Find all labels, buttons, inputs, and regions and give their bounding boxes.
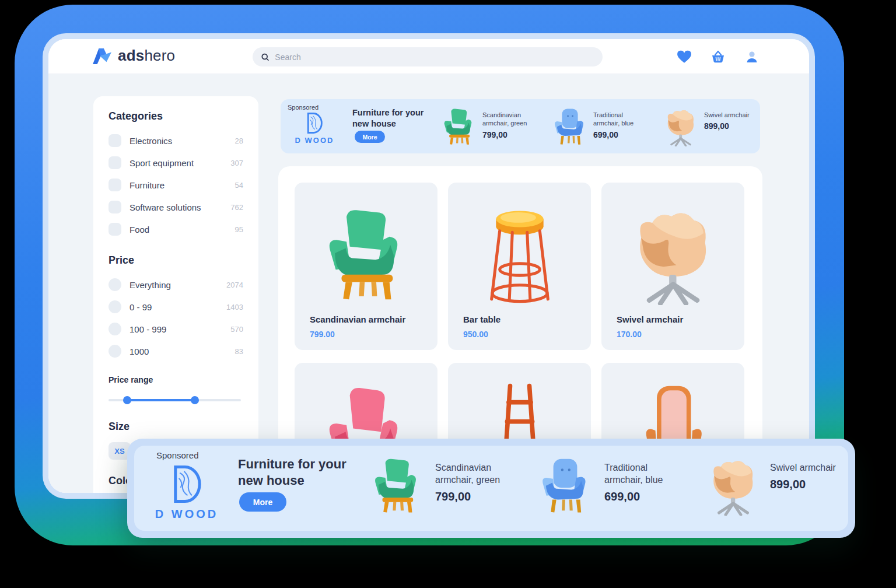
checkbox[interactable] — [108, 134, 121, 147]
checkbox[interactable] — [108, 156, 121, 169]
price-row-everything[interactable]: Everything 2074 — [108, 274, 243, 296]
banner-product-name: Swivel armchair — [704, 111, 751, 119]
product-name: Scandinavian armchair — [310, 314, 405, 324]
banner-product-blue-armchair[interactable]: Traditional armchair, blue 699,00 — [593, 111, 638, 139]
more-button[interactable]: More — [355, 131, 385, 143]
person-icon — [744, 50, 760, 65]
banner-product-swivel-armchair[interactable]: Swivel armchair 899,00 — [770, 462, 846, 491]
product-name: Bar table — [463, 314, 501, 324]
price-row-1000[interactable]: 1000 83 — [108, 340, 243, 362]
price-count: 83 — [235, 347, 243, 356]
price-label: Everything — [130, 280, 218, 290]
category-row-software-solutions[interactable]: Software solutions 762 — [108, 196, 243, 218]
category-row-electronics[interactable]: Electronics 28 — [108, 130, 243, 152]
banner-product-name: Scandinavian armchair, green — [482, 111, 529, 128]
logo-text-bold: ads — [118, 47, 144, 64]
category-label: Electronics — [130, 136, 227, 146]
banner-product-blue-armchair[interactable]: Traditional armchair, blue 699,00 — [604, 462, 668, 503]
banner-product-price: 799,00 — [435, 490, 504, 503]
search-bar[interactable] — [253, 47, 603, 66]
categories-title: Categories — [108, 110, 243, 123]
banner-product-green-armchair[interactable]: Scandinavian armchair, green 799,00 — [482, 111, 529, 139]
logo-text-light: hero — [144, 47, 175, 64]
basket-icon — [710, 50, 726, 65]
page-body: Categories Electronics 28 Sport equipmen… — [48, 74, 809, 493]
radio[interactable] — [108, 278, 121, 291]
price-count: 570 — [230, 325, 243, 334]
price-label: 0 - 99 — [130, 302, 218, 312]
banner-product-name: Scandinavian armchair, green — [435, 462, 504, 487]
product-image-scandinavian-armchair — [317, 201, 416, 305]
dwood-logo-icon — [304, 112, 324, 134]
product-card-scandinavian-armchair[interactable]: Scandinavian armchair 799.00 — [295, 183, 438, 350]
price-row-100-999[interactable]: 100 - 999 570 — [108, 318, 243, 340]
banner-product-price: 699,00 — [604, 490, 668, 503]
checkbox[interactable] — [108, 223, 121, 236]
sponsored-label: Sponsored — [156, 450, 199, 460]
category-count: 54 — [235, 181, 243, 190]
sponsored-banner-zoomed: Sponsored D WOOD Furniture for your new … — [127, 439, 855, 538]
category-row-furniture[interactable]: Furniture 54 — [108, 174, 243, 196]
checkbox[interactable] — [108, 201, 121, 214]
banner-product-image-blue-armchair[interactable] — [550, 106, 590, 146]
radio[interactable] — [108, 323, 121, 335]
banner-product-name: Traditional armchair, blue — [593, 111, 638, 128]
dwood-logo-icon — [169, 464, 205, 504]
dwood-brand[interactable]: D WOOD — [290, 112, 339, 145]
radio[interactable] — [108, 345, 121, 358]
banner-product-image-swivel-armchair[interactable] — [661, 106, 701, 146]
price-range-label: Price range — [108, 375, 243, 384]
categories-list: Electronics 28 Sport equipment 307 Furni… — [108, 130, 243, 240]
product-price[interactable]: 799.00 — [310, 330, 335, 339]
sponsored-label: Sponsored — [288, 104, 318, 111]
dwood-brand[interactable]: D WOOD — [148, 464, 225, 521]
price-title: Price — [108, 254, 243, 267]
price-range-slider[interactable] — [108, 396, 243, 404]
category-row-food[interactable]: Food 95 — [108, 218, 243, 240]
search-icon — [261, 52, 270, 62]
logo-link[interactable]: adshero — [92, 47, 175, 65]
product-name: Swivel armchair — [617, 314, 683, 324]
category-count: 762 — [230, 203, 243, 212]
banner-headline: Furniture for your new house — [238, 456, 352, 489]
price-list: Everything 2074 0 - 99 1403 100 - 999 57… — [108, 274, 243, 362]
banner-headline: Furniture for your new house — [352, 107, 425, 129]
product-price[interactable]: 170.00 — [617, 330, 642, 339]
product-card-bar-table[interactable]: Bar table 950.00 — [448, 183, 591, 350]
checkbox[interactable] — [108, 178, 121, 191]
category-label: Sport equipment — [130, 158, 222, 168]
banner-product-price: 699,00 — [593, 130, 638, 139]
price-label: 100 - 999 — [130, 324, 222, 334]
banner-product-price: 799,00 — [482, 130, 529, 139]
banner-product-image-blue-armchair[interactable] — [536, 454, 595, 516]
basket-button[interactable] — [710, 50, 726, 65]
radio[interactable] — [108, 300, 121, 313]
category-count: 28 — [235, 136, 243, 145]
category-count: 307 — [230, 159, 243, 167]
app-window: adshero — [48, 39, 809, 493]
account-button[interactable] — [744, 50, 760, 65]
slider-handle-min[interactable] — [123, 396, 131, 404]
banner-product-swivel-armchair[interactable]: Swivel armchair 899,00 — [704, 111, 751, 131]
banner-product-image-swivel-armchair[interactable] — [704, 454, 763, 516]
product-image-bar-table — [470, 201, 569, 305]
banner-product-green-armchair[interactable]: Scandinavian armchair, green 799,00 — [435, 462, 504, 503]
product-card-swivel-armchair[interactable]: Swivel armchair 170.00 — [601, 183, 744, 350]
category-label: Software solutions — [130, 202, 222, 212]
price-count: 2074 — [226, 281, 243, 289]
product-image-swivel-armchair — [624, 201, 723, 305]
price-label: 1000 — [130, 346, 227, 356]
category-label: Food — [130, 225, 227, 235]
more-button[interactable]: More — [239, 492, 286, 512]
slider-handle-max[interactable] — [191, 396, 199, 404]
banner-product-image-green-armchair[interactable] — [439, 106, 479, 146]
sponsored-banner: Sponsored D WOOD Furniture for your new … — [281, 99, 760, 153]
price-row-0-99[interactable]: 0 - 99 1403 — [108, 296, 243, 318]
adshero-logo-icon — [92, 47, 114, 65]
category-row-sport-equipment[interactable]: Sport equipment 307 — [108, 152, 243, 174]
favorites-button[interactable] — [677, 50, 692, 65]
banner-product-name: Swivel armchair — [770, 462, 846, 474]
banner-product-image-green-armchair[interactable] — [368, 454, 427, 516]
search-input[interactable] — [275, 52, 594, 62]
product-price[interactable]: 950.00 — [463, 330, 488, 339]
